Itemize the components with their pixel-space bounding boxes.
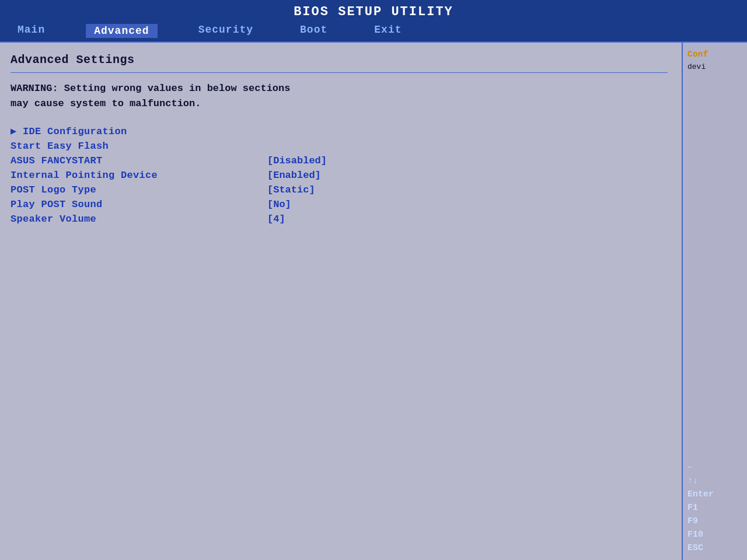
content-panel: Advanced Settings WARNING: Setting wrong…	[0, 43, 683, 560]
nav-item-main[interactable]: Main	[12, 24, 51, 38]
key-esc: ESC	[687, 543, 742, 553]
nav-item-advanced[interactable]: Advanced	[86, 24, 157, 38]
menu-value-post-logo: [Static]	[267, 184, 315, 195]
menu-row-easy-flash[interactable]: Start Easy Flash	[11, 139, 668, 153]
menu-row-internal-pointing[interactable]: Internal Pointing Device [Enabled]	[11, 169, 668, 182]
nav-bar: Main Advanced Security Boot Exit	[0, 22, 747, 41]
key-hints-area: ← ↑↓ Enter F1 F9 F10 ESC	[687, 460, 742, 553]
menu-value-internal-pointing: [Enabled]	[267, 170, 321, 181]
warning-line1: WARNING: Setting wrong values in below s…	[11, 81, 668, 96]
menu-label-fancystart: ASUS FANCYSTART	[11, 155, 267, 166]
menu-label-ide: IDE Configuration	[11, 125, 267, 137]
menu-row-speaker-volume[interactable]: Speaker Volume [4]	[11, 212, 668, 226]
key-arrow-updown: ↑↓	[687, 476, 742, 486]
key-f1: F1	[687, 503, 742, 513]
menu-row-ide[interactable]: IDE Configuration	[11, 124, 668, 138]
menu-label-internal-pointing: Internal Pointing Device	[11, 170, 267, 181]
main-area: Advanced Settings WARNING: Setting wrong…	[0, 41, 747, 560]
title-text: BIOS SETUP UTILITY	[294, 5, 453, 19]
bios-screen: BIOS SETUP UTILITY Main Advanced Securit…	[0, 0, 747, 560]
sidebar-conf-label: Conf	[687, 50, 742, 59]
nav-item-boot[interactable]: Boot	[294, 24, 333, 38]
menu-row-fancystart[interactable]: ASUS FANCYSTART [Disabled]	[11, 154, 668, 167]
warning-block: WARNING: Setting wrong values in below s…	[11, 81, 668, 111]
nav-item-security[interactable]: Security	[193, 24, 259, 38]
key-f9: F9	[687, 516, 742, 526]
menu-value-play-post-sound: [No]	[267, 199, 291, 210]
menu-row-play-post-sound[interactable]: Play POST Sound [No]	[11, 198, 668, 211]
sidebar-panel: Conf devi ← ↑↓ Enter F1 F9 F10 ESC	[683, 43, 747, 560]
section-title: Advanced Settings	[11, 53, 668, 66]
menu-row-post-logo[interactable]: POST Logo Type [Static]	[11, 183, 668, 197]
key-enter: Enter	[687, 489, 742, 499]
menu-value-speaker-volume: [4]	[267, 214, 285, 225]
section-divider	[11, 72, 668, 73]
nav-item-exit[interactable]: Exit	[368, 24, 407, 38]
key-arrow-left: ←	[687, 463, 742, 473]
title-bar: BIOS SETUP UTILITY	[0, 0, 747, 22]
sidebar-dev-label: devi	[687, 61, 742, 73]
menu-label-post-logo: POST Logo Type	[11, 184, 267, 195]
menu-label-easy-flash: Start Easy Flash	[11, 141, 267, 152]
warning-line2: may cause system to malfunction.	[11, 96, 668, 111]
menu-list: IDE Configuration Start Easy Flash ASUS …	[11, 124, 668, 226]
menu-value-fancystart: [Disabled]	[267, 155, 327, 166]
menu-label-play-post-sound: Play POST Sound	[11, 199, 267, 210]
menu-label-speaker-volume: Speaker Volume	[11, 214, 267, 225]
key-f10: F10	[687, 530, 742, 540]
